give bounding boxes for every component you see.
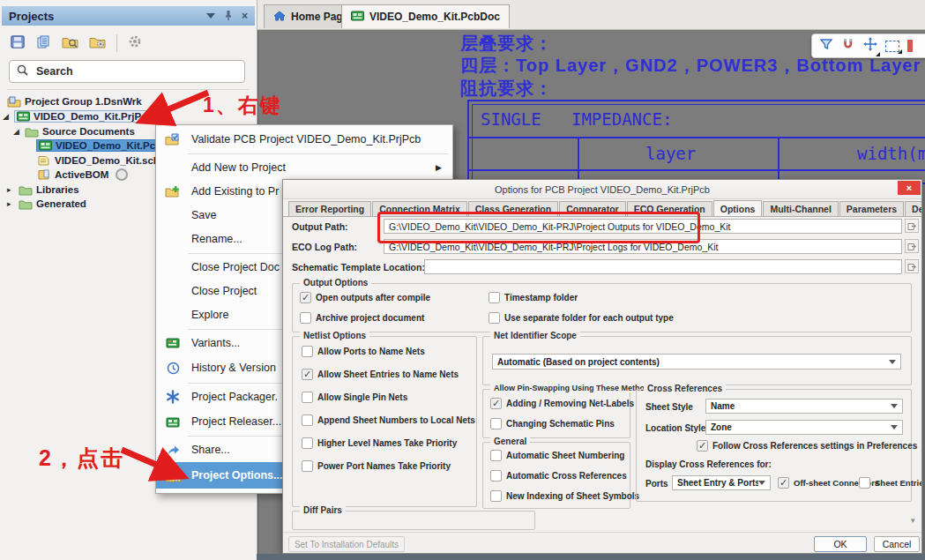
- tab-options[interactable]: Options: [713, 200, 763, 216]
- move-icon[interactable]: [863, 37, 877, 55]
- cancel-button[interactable]: Cancel: [874, 536, 920, 552]
- menu-item-validate[interactable]: Validate PCB Project VIDEO_Demo_Kit.PrjP…: [156, 127, 452, 152]
- checkbox-changing-schematic-pins[interactable]: Changing Schematic Pins: [490, 418, 615, 429]
- panel-menu-icon[interactable]: [206, 13, 215, 23]
- checkbox-automatic-sheet-numbering[interactable]: Automatic Sheet Numbering: [490, 450, 624, 461]
- pin-icon[interactable]: [224, 10, 233, 23]
- annotation-highlight-rect: [377, 212, 700, 243]
- location-style-label: Location Style: [645, 423, 705, 433]
- browse-output-path-button[interactable]: [905, 219, 919, 233]
- checkbox-box[interactable]: [302, 414, 313, 426]
- tree-label: ActiveBOM: [55, 169, 108, 180]
- gear-icon[interactable]: [128, 34, 142, 52]
- checkbox-box[interactable]: [490, 470, 502, 482]
- location-style-select[interactable]: Zone: [705, 420, 903, 435]
- checkbox-box[interactable]: [489, 312, 500, 324]
- group-output-options: Output Options Open outputs after compil…: [292, 283, 912, 332]
- caret-collapsed-icon[interactable]: ▸: [7, 199, 15, 208]
- checkbox-separate-folder[interactable]: Use separate folder for each output type: [489, 312, 674, 324]
- checkbox-append-sheet-numbers[interactable]: Append Sheet Numbers to Local Nets: [302, 414, 475, 426]
- menu-item-label: Project Releaser...: [191, 415, 281, 428]
- menu-item-add-new[interactable]: Add New to Project ▶: [156, 155, 452, 179]
- magnet-icon[interactable]: [841, 38, 855, 54]
- folder-settings-icon[interactable]: [89, 35, 106, 52]
- tree-item-pcbdoc[interactable]: VIDEO_Demo_Kit.Pcb: [36, 138, 166, 153]
- tree-item-activebom[interactable]: ActiveBOM: [38, 168, 128, 182]
- selection-rect-icon[interactable]: [885, 41, 899, 52]
- dialog-close-button[interactable]: ×: [898, 181, 921, 195]
- window-bottom-edge: [257, 554, 925, 560]
- menu-item-label: Add Existing to Pr: [191, 185, 279, 198]
- compile-documents-icon[interactable]: [36, 35, 51, 52]
- checkbox-power-port-names[interactable]: Power Port Names Take Priority: [302, 460, 451, 472]
- set-defaults-button[interactable]: Set To Installation Defaults: [288, 536, 405, 552]
- tree-item-source-documents[interactable]: ◢ Source Documents: [13, 124, 135, 138]
- tab-video-demo-kit-pcbdoc[interactable]: VIDEO_Demo_Kit.PcbDoc: [341, 4, 510, 28]
- tab-device-sheets[interactable]: Device Sheets: [905, 201, 922, 216]
- checkbox-allow-sheet-entries[interactable]: Allow Sheet Entries to Name Nets: [302, 369, 459, 380]
- checkbox-box[interactable]: [490, 450, 502, 461]
- browse-eco-log-button[interactable]: [905, 239, 919, 253]
- tree-item-libraries[interactable]: ▸ Libraries: [7, 183, 79, 197]
- divider: [7, 89, 250, 90]
- close-icon[interactable]: ×: [242, 10, 248, 22]
- tab-parameters[interactable]: Parameters: [839, 201, 904, 216]
- checkbox-archive-project[interactable]: Archive project document: [300, 312, 424, 324]
- tree-item-schdoc[interactable]: VIDEO_Demo_Kit.sch: [38, 153, 160, 168]
- search-box[interactable]: [9, 60, 245, 83]
- checkbox-allow-ports[interactable]: Allow Ports to Name Nets: [302, 346, 425, 357]
- home-icon: [273, 11, 286, 24]
- menu-item-label: Project Packager.: [191, 391, 278, 403]
- checkbox-box[interactable]: [490, 398, 502, 409]
- tab-multi-channel[interactable]: Multi-Channel: [763, 201, 838, 216]
- net-identifier-scope-select[interactable]: Automatic (Based on project contents): [492, 354, 901, 370]
- checkbox-box[interactable]: [302, 437, 313, 449]
- ok-button[interactable]: OK: [814, 536, 867, 552]
- caret-collapsed-icon[interactable]: ▸: [7, 185, 15, 194]
- scroll-indicator-icon[interactable]: ▾: [911, 516, 915, 525]
- checkbox-box[interactable]: [697, 440, 708, 452]
- panel-toolbar: [4, 32, 253, 55]
- checkbox-follow-cross-references[interactable]: Follow Cross References settings in Pref…: [697, 440, 917, 452]
- search-input[interactable]: [34, 64, 237, 78]
- template-location-field[interactable]: [424, 259, 902, 274]
- checkbox-new-indexing[interactable]: New Indexing of Sheet Symbols: [490, 490, 639, 502]
- group-general: General Automatic Sheet Numbering Automa…: [482, 442, 630, 509]
- checkbox-box[interactable]: [778, 477, 789, 489]
- checkbox-box[interactable]: [300, 292, 311, 303]
- checkbox-open-outputs[interactable]: Open outputs after compile: [300, 292, 430, 303]
- checkbox-box[interactable]: [490, 418, 502, 429]
- checkbox-box[interactable]: [302, 346, 313, 357]
- checkbox-timestamp-folder[interactable]: Timestamp folder: [489, 292, 578, 303]
- tree-item-project-group[interactable]: Project Group 1.DsnWrk: [7, 94, 142, 108]
- checkbox-box[interactable]: [859, 477, 870, 489]
- group-title: Output Options: [300, 278, 371, 287]
- save-icon[interactable]: [11, 35, 26, 52]
- tree-item-generated[interactable]: ▸ Generated: [7, 197, 86, 211]
- altium-designer-window: 层叠要求： 四层：Top Layer，GND2，POWER3，Bottom La…: [0, 0, 925, 560]
- checkbox-higher-level-names[interactable]: Higher Level Names Take Priority: [302, 437, 457, 449]
- impedance-table: SINGLE IMPEDANCE: layer width(mil) L1/L4…: [467, 100, 925, 184]
- browse-template-button[interactable]: [905, 259, 919, 273]
- checkbox-automatic-cross-references[interactable]: Automatic Cross References: [490, 470, 627, 482]
- checkbox-box[interactable]: [302, 392, 313, 403]
- checkbox-box[interactable]: [302, 460, 313, 472]
- template-location-input[interactable]: [425, 262, 901, 273]
- checkbox-box[interactable]: [490, 490, 502, 502]
- caret-expanded-icon[interactable]: ◢: [13, 127, 21, 136]
- sheet-style-select[interactable]: Name: [705, 399, 903, 414]
- clipped-tool-icon[interactable]: [907, 40, 913, 52]
- checkbox-box[interactable]: [300, 312, 311, 324]
- filter-icon[interactable]: [819, 38, 833, 54]
- explore-folder-icon[interactable]: [62, 35, 78, 52]
- checkbox-allow-single-pin[interactable]: Allow Single Pin Nets: [302, 392, 407, 403]
- tree-item-prjpcb[interactable]: ◢ VIDEO_Demo_Kit.PrjPcb *: [3, 109, 164, 123]
- checkbox-box[interactable]: [302, 369, 313, 380]
- caret-expanded-icon[interactable]: ◢: [3, 112, 11, 121]
- group-diff-pairs: Diff Pairs: [292, 511, 535, 530]
- tab-error-reporting[interactable]: Error Reporting: [288, 201, 371, 216]
- checkbox-adding-removing-netlabels[interactable]: Adding / Removing Net-Labels: [490, 398, 634, 409]
- checkbox-box[interactable]: [489, 292, 500, 303]
- checkbox-sheet-entries[interactable]: Sheet Entries: [859, 477, 922, 489]
- ports-select[interactable]: Sheet Entry & Ports: [672, 475, 771, 490]
